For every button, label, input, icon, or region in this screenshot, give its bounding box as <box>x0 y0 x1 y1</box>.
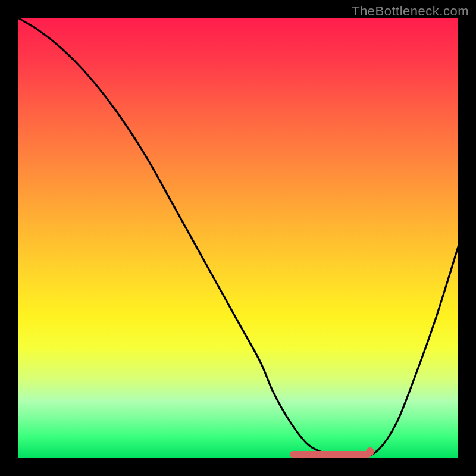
bottleneck-curve <box>18 18 458 458</box>
chart-frame: TheBottleneck.com <box>0 0 476 476</box>
curve-path <box>18 18 458 459</box>
trough-end-dot <box>366 447 374 456</box>
watermark-text: TheBottleneck.com <box>352 4 469 19</box>
plot-area <box>18 18 458 458</box>
trough-range-marker <box>290 451 371 458</box>
